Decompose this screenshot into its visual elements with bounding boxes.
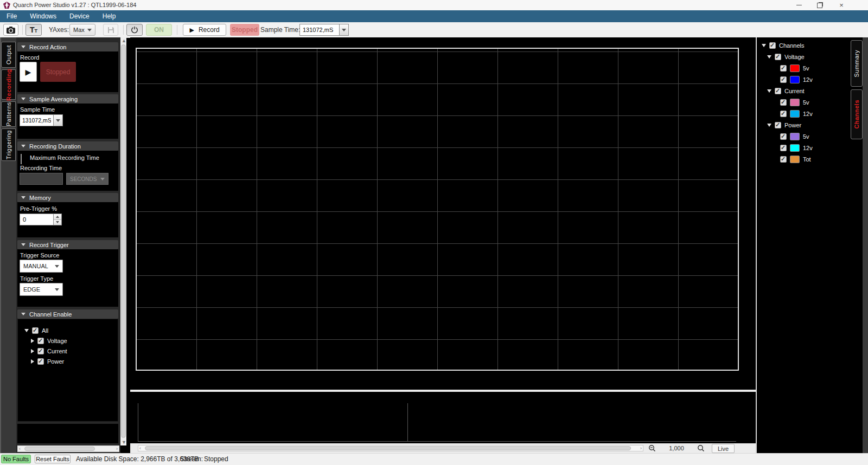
voltage-12v-checkbox[interactable] xyxy=(780,76,787,83)
scroll-left-icon[interactable]: ‹ xyxy=(139,445,141,451)
power-tot-checkbox[interactable] xyxy=(780,156,787,163)
tab-patterns[interactable]: Patterns xyxy=(1,101,16,127)
zoom-out-button[interactable] xyxy=(646,444,659,453)
channel-enable-all-checkbox[interactable] xyxy=(32,327,39,334)
left-panel-vertical-scrollbar[interactable]: ▲ ▼ xyxy=(120,37,126,445)
tab-triggering[interactable]: Triggering xyxy=(1,128,16,161)
tree-row-power-tot[interactable]: Tot xyxy=(780,155,811,163)
overview-chart-plot[interactable] xyxy=(137,393,738,442)
record-play-button[interactable]: ▶ xyxy=(20,62,37,82)
expander-right-icon[interactable] xyxy=(31,349,34,353)
tab-output[interactable]: Output xyxy=(1,42,16,68)
section-header-channel-enable[interactable]: Channel Enable xyxy=(17,309,118,319)
zoom-in-button[interactable] xyxy=(694,444,707,453)
tree-row-current-5v[interactable]: 5v xyxy=(780,98,809,106)
section-header-memory[interactable]: Memory xyxy=(17,193,118,202)
section-header-recording-duration[interactable]: Recording Duration xyxy=(17,141,118,151)
power-5v-checkbox[interactable] xyxy=(780,133,787,140)
voltage-group-checkbox[interactable] xyxy=(775,54,781,60)
scroll-right-icon[interactable]: › xyxy=(116,446,118,451)
text-axes-button[interactable]: TT xyxy=(25,24,42,36)
tree-row-voltage-12v[interactable]: 12v xyxy=(780,75,813,83)
menu-windows[interactable]: Windows xyxy=(23,10,63,22)
recording-time-units-select[interactable]: SECONDS xyxy=(66,173,108,185)
save-button[interactable] xyxy=(103,24,118,36)
recording-time-input[interactable] xyxy=(20,173,63,185)
scrollbar-thumb[interactable] xyxy=(24,447,95,451)
trigger-source-select[interactable]: MANUAL xyxy=(20,260,63,273)
pretrigger-input[interactable] xyxy=(20,214,53,225)
voltage-5v-checkbox[interactable] xyxy=(780,65,787,72)
scrollbar-thumb[interactable] xyxy=(121,44,126,438)
tree-row-power-group[interactable]: Power xyxy=(767,121,801,129)
channel-enable-power-checkbox[interactable] xyxy=(37,358,44,365)
live-button[interactable]: Live xyxy=(712,444,735,453)
section-header-record-action[interactable]: Record Action xyxy=(17,42,118,51)
record-button[interactable]: ▶ Record xyxy=(183,24,226,36)
record-stopped-button[interactable]: Stopped xyxy=(40,62,76,82)
tab-channels[interactable]: Channels xyxy=(851,89,863,139)
main-chart-plot[interactable] xyxy=(136,48,739,371)
sample-time-panel-dropdown-button[interactable] xyxy=(53,114,63,126)
expander-right-icon[interactable] xyxy=(31,339,34,343)
tree-row-voltage-5v[interactable]: 5v xyxy=(780,64,809,72)
expander-down-icon[interactable] xyxy=(767,89,771,93)
tree-row-voltage-group[interactable]: Voltage xyxy=(767,53,805,61)
tree-row-current[interactable]: Current xyxy=(31,347,67,355)
tree-row-power[interactable]: Power xyxy=(31,357,64,365)
expander-down-icon[interactable] xyxy=(767,55,771,59)
menu-help[interactable]: Help xyxy=(96,10,123,22)
expander-down-icon[interactable] xyxy=(762,44,766,47)
menu-file[interactable]: File xyxy=(0,10,23,22)
channel-enable-current-checkbox[interactable] xyxy=(37,348,44,354)
section-channel-enable: All Voltage Current Power xyxy=(17,319,118,422)
section-header-sample-averaging[interactable]: Sample Averaging xyxy=(17,94,118,104)
tab-summary[interactable]: Summary xyxy=(851,40,863,87)
tree-row-power-12v[interactable]: 12v xyxy=(780,144,813,152)
screenshot-camera-button[interactable] xyxy=(3,24,18,36)
spin-up-button[interactable] xyxy=(54,214,61,219)
channels-root-checkbox[interactable] xyxy=(769,42,776,49)
current-12v-checkbox[interactable] xyxy=(780,111,787,117)
tree-row-current-12v[interactable]: 12v xyxy=(780,109,813,118)
current-group-checkbox[interactable] xyxy=(775,88,781,94)
scroll-down-icon[interactable]: ▼ xyxy=(122,440,126,445)
on-button[interactable]: ON xyxy=(146,24,172,36)
spin-down-button[interactable] xyxy=(54,219,61,225)
minimize-icon[interactable] xyxy=(791,0,807,10)
quarch-power-studio-window: Quarch Power Studio v1.27 : QTL1999-06-1… xyxy=(0,0,868,465)
chart-horizontal-scrollbar[interactable]: ‹ › xyxy=(138,445,643,451)
current-5v-checkbox[interactable] xyxy=(780,99,787,106)
power-button[interactable] xyxy=(126,24,143,36)
expander-right-icon[interactable] xyxy=(31,359,34,364)
yaxes-select[interactable]: Max xyxy=(69,24,95,36)
tree-row-channels[interactable]: Channels xyxy=(762,41,804,49)
channel-enable-voltage-checkbox[interactable] xyxy=(37,338,44,344)
scroll-up-icon[interactable]: ▲ xyxy=(122,38,126,43)
sample-time-input[interactable] xyxy=(299,24,339,36)
expander-down-icon[interactable] xyxy=(767,124,771,127)
tab-recording[interactable]: Recording xyxy=(1,69,16,100)
left-panel-horizontal-scrollbar[interactable]: ‹ › xyxy=(17,445,119,452)
power-group-checkbox[interactable] xyxy=(775,122,781,128)
trigger-type-select[interactable]: EDGE xyxy=(20,283,63,296)
tree-row-current-group[interactable]: Current xyxy=(767,87,805,95)
close-icon[interactable]: × xyxy=(833,0,850,10)
chart-splitter[interactable] xyxy=(130,390,756,392)
scroll-right-icon[interactable]: › xyxy=(640,445,642,451)
scroll-left-icon[interactable]: ‹ xyxy=(19,446,21,451)
section-header-record-trigger[interactable]: Record Trigger xyxy=(17,240,118,249)
max-recording-time-checkbox[interactable] xyxy=(21,154,22,164)
scrollbar-thumb[interactable] xyxy=(145,446,631,450)
current-5v-color-swatch xyxy=(790,99,800,106)
restore-icon[interactable] xyxy=(812,0,828,10)
reset-faults-button[interactable]: Reset Faults xyxy=(35,455,71,463)
tree-row-all[interactable]: All xyxy=(24,326,48,334)
tree-row-voltage[interactable]: Voltage xyxy=(31,337,67,345)
tree-row-power-5v[interactable]: 5v xyxy=(780,132,809,140)
power-12v-checkbox[interactable] xyxy=(780,145,787,151)
sample-time-dropdown-button[interactable] xyxy=(339,24,349,36)
sample-time-panel-input[interactable] xyxy=(20,114,53,126)
expander-down-icon[interactable] xyxy=(24,329,29,332)
menu-device[interactable]: Device xyxy=(63,10,96,22)
